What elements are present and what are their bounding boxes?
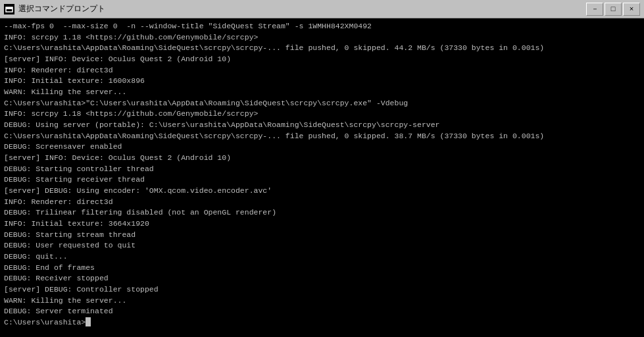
terminal-line: DEBUG: User requested to quit bbox=[4, 240, 640, 251]
terminal-line: DEBUG: Starting stream thread bbox=[4, 230, 640, 241]
terminal-line: WARN: Killing the server... bbox=[4, 87, 640, 98]
terminal-line: INFO: Initial texture: 1600x896 bbox=[4, 76, 640, 87]
terminal-line: DEBUG: Trilinear filtering disabled (not… bbox=[4, 207, 640, 219]
window: 選択コマンドプロンプト － □ × --max-fps 0 --max-size… bbox=[0, 0, 644, 337]
terminal-line: C:\Users\urashita> bbox=[4, 317, 640, 328]
terminal-line: --max-fps 0 --max-size 0 -n --window-tit… bbox=[4, 21, 640, 32]
terminal-line: INFO: Renderer: direct3d bbox=[4, 65, 640, 76]
terminal-line: C:\Users\urashita>"C:\Users\urashita\App… bbox=[4, 98, 640, 109]
window-icon bbox=[4, 4, 14, 14]
terminal-line: INFO: scrcpy 1.18 <https://github.com/Ge… bbox=[4, 32, 640, 43]
terminal-line: INFO: scrcpy 1.18 <https://github.com/Ge… bbox=[4, 109, 640, 120]
terminal-line: DEBUG: End of frames bbox=[4, 263, 640, 274]
terminal-line: [server] INFO: Device: Oculus Quest 2 (A… bbox=[4, 54, 640, 65]
terminal-line: DEBUG: Starting receiver thread bbox=[4, 174, 640, 186]
terminal-line: DEBUG: Screensaver enabled bbox=[4, 142, 640, 153]
terminal-line: DEBUG: quit... bbox=[4, 251, 640, 263]
terminal-line: [server] DEBUG: Using encoder: 'OMX.qcom… bbox=[4, 186, 640, 197]
terminal-line: C:\Users\urashita\AppData\Roaming\SideQu… bbox=[4, 43, 640, 54]
svg-rect-1 bbox=[6, 7, 12, 9]
window-controls: － □ × bbox=[586, 3, 640, 16]
terminal-line: INFO: Initial texture: 3664x1920 bbox=[4, 219, 640, 230]
minimize-button[interactable]: － bbox=[586, 3, 603, 16]
terminal-line: DEBUG: Receiver stopped bbox=[4, 273, 640, 284]
maximize-button[interactable]: □ bbox=[605, 3, 622, 16]
terminal-line: C:\Users\urashita\AppData\Roaming\SideQu… bbox=[4, 131, 640, 142]
terminal-line: WARN: Killing the server... bbox=[4, 296, 640, 307]
title-bar: 選択コマンドプロンプト － □ × bbox=[0, 0, 644, 18]
terminal-output: --max-fps 0 --max-size 0 -n --window-tit… bbox=[0, 18, 644, 337]
terminal-line: DEBUG: Server terminated bbox=[4, 306, 640, 317]
terminal-line: [server] INFO: Device: Oculus Quest 2 (A… bbox=[4, 153, 640, 164]
terminal-line: [server] DEBUG: Controller stopped bbox=[4, 284, 640, 296]
close-button[interactable]: × bbox=[623, 3, 640, 16]
window-title: 選択コマンドプロンプト bbox=[18, 3, 586, 14]
terminal-line: DEBUG: Using server (portable): C:\Users… bbox=[4, 120, 640, 131]
terminal-line: INFO: Renderer: direct3d bbox=[4, 197, 640, 208]
terminal-line: DEBUG: Starting controller thread bbox=[4, 164, 640, 175]
cursor-block bbox=[86, 317, 91, 326]
